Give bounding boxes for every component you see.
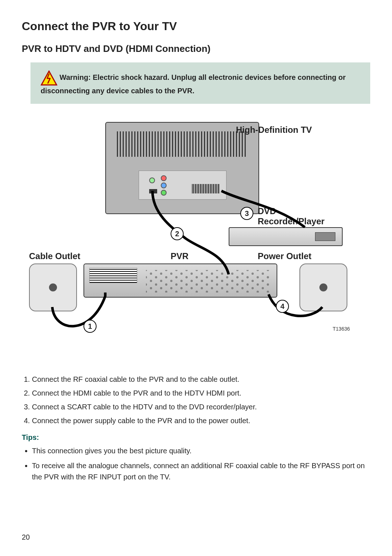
tips-heading: Tips: — [22, 433, 370, 442]
steps-list: Connect the RF coaxial cable to the PVR … — [22, 372, 370, 428]
step-item: Connect the power supply cable to the PV… — [32, 414, 370, 428]
step-badge-3: 3 — [240, 207, 253, 220]
dvd-device — [229, 227, 343, 246]
step-badge-2: 2 — [171, 227, 184, 240]
connection-diagram: High-Definition TV DVD Recorder/Player C… — [25, 118, 367, 351]
dvd-label-line1: DVD — [258, 206, 276, 216]
figure-id: T13636 — [333, 326, 350, 332]
power-outlet — [299, 263, 347, 311]
cable-outlet-label: Cable Outlet — [29, 251, 80, 261]
warning-icon — [41, 70, 57, 86]
hdtv-label: High-Definition TV — [236, 125, 312, 135]
tip-item: To receive all the analogue channels, co… — [32, 460, 370, 483]
step-item: Connect a SCART cable to the HDTV and to… — [32, 400, 370, 414]
tips-list: This connection gives you the best pictu… — [22, 445, 370, 483]
hdtv-port-panel — [139, 171, 226, 200]
page-number: 20 — [22, 533, 30, 541]
hdtv-device — [105, 122, 259, 214]
warning-callout: Warning: Electric shock hazard. Unplug a… — [30, 62, 370, 104]
tip-item: This connection gives you the best pictu… — [32, 445, 370, 457]
pvr-label: PVR — [171, 251, 188, 261]
power-outlet-label: Power Outlet — [258, 251, 311, 261]
cable-outlet — [29, 263, 77, 311]
step-badge-1: 1 — [83, 320, 97, 333]
dvd-label-line2: Recorder/Player — [258, 216, 324, 226]
page-title: Connect the PVR to Your TV — [22, 20, 370, 33]
pvr-device — [83, 263, 277, 298]
warning-text: Warning: Electric shock hazard. Unplug a… — [41, 73, 346, 95]
section-heading: PVR to HDTV and DVD (HDMI Connection) — [22, 43, 370, 54]
step-item: Connect the HDMI cable to the PVR and to… — [32, 386, 370, 400]
step-item: Connect the RF coaxial cable to the PVR … — [32, 372, 370, 386]
step-badge-4: 4 — [276, 300, 289, 313]
